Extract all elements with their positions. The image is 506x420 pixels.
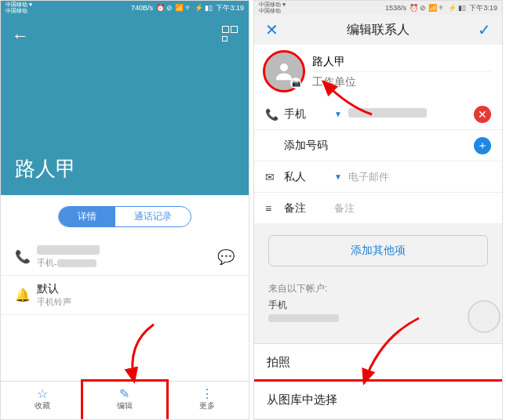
camera-badge-icon: 📷 <box>290 78 301 89</box>
bottom-action-bar: ☆ 收藏 ✎ 编辑 ⋮ 更多 <box>1 381 249 419</box>
tab-details[interactable]: 详情 <box>59 207 115 226</box>
bell-icon: 🔔 <box>15 288 32 302</box>
net-speed: 740B/s <box>131 4 153 12</box>
row-phone[interactable]: 📞 手机 ▼ ✕ <box>254 99 502 130</box>
close-icon[interactable]: ✕ <box>265 20 278 39</box>
row-email[interactable]: ✉ 私人 ▼ 电子邮件 <box>254 161 502 193</box>
phone-icon: 📞 <box>15 249 32 264</box>
accounts-line: 手机 <box>268 299 488 312</box>
edit-button[interactable]: ✎ 编辑 <box>83 382 166 419</box>
avatar-picker[interactable]: 📷 <box>265 52 303 90</box>
mail-icon: ✉ <box>265 171 284 183</box>
ringtone-title: 默认 <box>37 282 235 296</box>
favorite-button[interactable]: ☆ 收藏 <box>1 382 83 419</box>
more-button[interactable]: ⋮ 更多 <box>166 382 249 419</box>
row-note[interactable]: ≡ 备注 备注 <box>254 193 502 224</box>
back-arrow-icon[interactable]: ← <box>12 26 29 46</box>
pencil-icon: ✎ <box>119 386 129 400</box>
clock: 下午3:19 <box>469 3 497 13</box>
email-placeholder: 电子邮件 <box>348 170 491 184</box>
row-add-number[interactable]: 添加号码 ＋ <box>254 130 502 161</box>
tab-call-log[interactable]: 通话记录 <box>115 207 191 226</box>
add-number-icon[interactable]: ＋ <box>474 137 491 154</box>
svg-point-0 <box>280 63 288 71</box>
add-more-fields-button[interactable]: 添加其他项 <box>268 235 488 266</box>
note-placeholder: 备注 <box>334 201 491 215</box>
name-field[interactable] <box>312 52 491 72</box>
row-ringtone[interactable]: 🔔 默认 手机铃声 <box>1 276 249 315</box>
chevron-down-icon[interactable]: ▼ <box>334 110 342 118</box>
phone-edit-contact: 中国移动 ♥ 中国移动 1538/s ⏰ ⊘ 📶 ᯤ ⚡ ▮▯ 下午3:19 ✕… <box>253 0 503 420</box>
net-speed: 1538/s <box>385 4 406 12</box>
status-icons: ⏰ ⊘ 📶 ᯤ ⚡ ▮▯ <box>156 4 213 12</box>
accounts-header: 来自以下帐户: <box>268 282 488 295</box>
sheet-take-photo[interactable]: 拍照 <box>254 344 502 382</box>
delete-phone-icon[interactable]: ✕ <box>474 106 491 123</box>
carrier-label: 中国移动 ♥ 中国移动 <box>259 2 286 14</box>
star-icon: ☆ <box>37 386 48 400</box>
contact-header: ← 路人甲 <box>1 15 249 195</box>
row-phone-number[interactable]: 📞 手机 - 💬 <box>1 238 249 276</box>
confirm-icon[interactable]: ✓ <box>478 20 491 39</box>
carrier-label: 中国移动 ♥ 中国移动 <box>5 2 32 14</box>
phone-value-blurred <box>348 108 427 118</box>
ringtone-sub: 手机铃声 <box>37 296 235 308</box>
note-icon: ≡ <box>265 202 284 215</box>
phone-icon: 📞 <box>265 108 284 121</box>
phone-type-label: 手机 <box>37 257 54 269</box>
accounts-section: 来自以下帐户: 手机 <box>254 277 502 329</box>
status-bar: 中国移动 ♥ 中国移动 740B/s ⏰ ⊘ 📶 ᯤ ⚡ ▮▯ 下午3:19 <box>1 1 249 15</box>
status-bar: 中国移动 ♥ 中国移动 1538/s ⏰ ⊘ 📶 ᯤ ⚡ ▮▯ 下午3:19 <box>254 1 502 15</box>
edit-header: ✕ 编辑联系人 ✓ <box>254 15 502 45</box>
phone-number-blurred <box>37 245 100 255</box>
photo-action-sheet: 拍照 从图库中选择 <box>254 343 502 419</box>
contact-name: 路人甲 <box>15 155 76 183</box>
qr-code-icon[interactable] <box>222 26 238 42</box>
sheet-choose-gallery[interactable]: 从图库中选择 <box>254 382 502 419</box>
message-icon[interactable]: 💬 <box>217 248 235 266</box>
account-value-blurred <box>268 314 339 322</box>
assist-fab[interactable] <box>468 300 501 333</box>
tab-bar: 详情 通话记录 <box>1 195 249 238</box>
company-field[interactable] <box>312 72 491 91</box>
chevron-down-icon[interactable]: ▼ <box>334 172 342 181</box>
phone-region-blurred <box>57 259 96 267</box>
status-icons: ⏰ ⊘ 📶 ᯤ ⚡ ▮▯ <box>410 4 467 12</box>
phone-contact-detail: 中国移动 ♥ 中国移动 740B/s ⏰ ⊘ 📶 ᯤ ⚡ ▮▯ 下午3:19 ←… <box>0 0 249 420</box>
more-dots-icon: ⋮ <box>201 386 213 400</box>
page-title: 编辑联系人 <box>278 22 478 38</box>
clock: 下午3:19 <box>216 3 244 13</box>
